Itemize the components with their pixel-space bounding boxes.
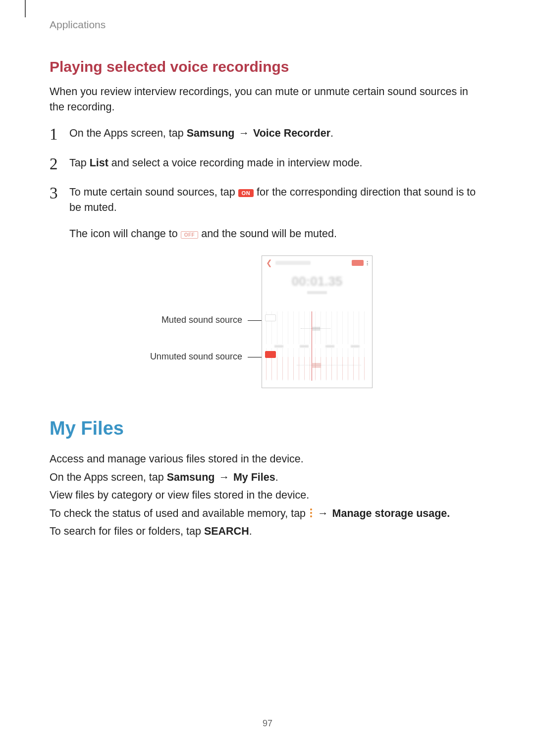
intro-paragraph: When you review interview recordings, yo… bbox=[50, 84, 485, 115]
breadcrumb: Applications bbox=[50, 19, 485, 31]
step-1-bold-2: Voice Recorder bbox=[253, 127, 330, 139]
toggle-off-icon bbox=[265, 314, 276, 321]
section-title-myfiles: My Files bbox=[50, 418, 485, 439]
back-icon: ❮ bbox=[266, 258, 272, 267]
waveform-muted bbox=[301, 328, 330, 329]
off-icon: OFF bbox=[181, 231, 199, 239]
step-3-sub-post: and the sound will be muted. bbox=[201, 228, 337, 240]
callout-muted-label: Muted sound source bbox=[161, 315, 242, 325]
myfiles-body: Access and manage various files stored i… bbox=[50, 450, 485, 541]
arrow-icon: → bbox=[234, 127, 253, 139]
step-1-text-pre: On the Apps screen, tap bbox=[69, 127, 187, 139]
playhead-line bbox=[312, 311, 312, 381]
callout-line bbox=[248, 357, 262, 357]
myfiles-p4-pre: To check the status of used and availabl… bbox=[50, 507, 309, 519]
myfiles-p5-pre: To search for files or folders, tap bbox=[50, 525, 204, 537]
callout-muted: Muted sound source bbox=[161, 315, 262, 325]
phone-title-placeholder bbox=[275, 261, 311, 265]
arrow-icon: → bbox=[214, 471, 233, 483]
track-unmuted bbox=[266, 348, 368, 381]
myfiles-p5-b1: SEARCH bbox=[204, 525, 249, 537]
step-2: Tap List and select a voice recording ma… bbox=[50, 155, 485, 171]
on-icon: ON bbox=[238, 189, 254, 197]
page-cut-mark bbox=[25, 0, 26, 17]
myfiles-p2-pre: On the Apps screen, tap bbox=[50, 471, 167, 483]
illustration-wrapper: Muted sound source Unmuted sound source … bbox=[50, 255, 485, 388]
myfiles-p3: View files by category or view files sto… bbox=[50, 486, 485, 504]
arrow-icon: → bbox=[314, 507, 332, 519]
step-3: To mute certain sound sources, tap ON fo… bbox=[50, 185, 485, 242]
phone-time: 00:01.35 bbox=[262, 274, 372, 289]
section-title-voice: Playing selected voice recordings bbox=[50, 58, 485, 75]
phone-header: ❮ ••• bbox=[262, 256, 372, 270]
myfiles-p2-b2: My Files bbox=[233, 471, 275, 483]
step-1-text-post: . bbox=[330, 127, 333, 139]
callout-unmuted-label: Unmuted sound source bbox=[150, 352, 242, 361]
step-2-text-post: and select a voice recording made in int… bbox=[108, 157, 363, 169]
step-1: On the Apps screen, tap Samsung → Voice … bbox=[50, 126, 485, 141]
page-number: 97 bbox=[0, 718, 535, 729]
myfiles-p2-post: . bbox=[275, 471, 278, 483]
track-muted bbox=[266, 311, 368, 344]
callout-unmuted: Unmuted sound source bbox=[150, 352, 262, 362]
step-3-sub-pre: The icon will change to bbox=[69, 228, 181, 240]
more-icon: ••• bbox=[367, 260, 368, 265]
myfiles-p5-post: . bbox=[249, 525, 252, 537]
step-3-text-pre: To mute certain sound sources, tap bbox=[69, 186, 238, 198]
more-icon bbox=[310, 508, 313, 518]
myfiles-p4: To check the status of used and availabl… bbox=[50, 504, 485, 523]
waveform-unmuted bbox=[297, 365, 361, 365]
myfiles-p5: To search for files or folders, tap SEAR… bbox=[50, 522, 485, 541]
myfiles-p1: Access and manage various files stored i… bbox=[50, 450, 485, 468]
steps-list: On the Apps screen, tap Samsung → Voice … bbox=[50, 126, 485, 242]
callout-line bbox=[248, 320, 262, 321]
myfiles-p2: On the Apps screen, tap Samsung → My Fil… bbox=[50, 468, 485, 487]
phone-screenshot: ❮ ••• 00:01.35 bbox=[262, 255, 373, 388]
myfiles-p2-b1: Samsung bbox=[167, 471, 215, 483]
step-2-bold-1: List bbox=[90, 157, 108, 169]
waveform-bars-red bbox=[266, 357, 368, 380]
myfiles-p4-b1: Manage storage usage. bbox=[332, 507, 450, 519]
step-2-text-pre: Tap bbox=[69, 157, 90, 169]
phone-on-pill bbox=[352, 260, 364, 266]
step-1-bold-1: Samsung bbox=[187, 127, 235, 139]
step-3-sub: The icon will change to OFF and the soun… bbox=[69, 226, 485, 242]
toggle-on-icon bbox=[265, 351, 276, 358]
phone-subtext-placeholder bbox=[307, 291, 327, 294]
